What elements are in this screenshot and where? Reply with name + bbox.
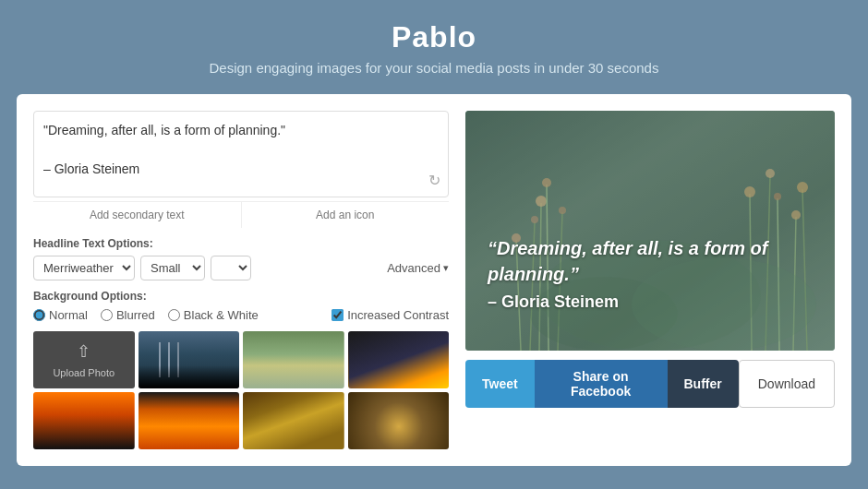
photo-option-1[interactable]	[139, 331, 240, 388]
advanced-button[interactable]: Advanced	[387, 261, 449, 275]
text-area-container: "Dreaming, after all, is a form of plann…	[33, 111, 449, 197]
svg-point-19	[791, 210, 801, 220]
download-button[interactable]: Download	[739, 360, 835, 408]
photo-option-3[interactable]	[348, 331, 450, 388]
svg-point-7	[536, 196, 547, 207]
preview-image: “Dreaming, after all, is a form of plann…	[465, 111, 835, 351]
app-title: Pablo	[0, 20, 868, 54]
preview-quote: “Dreaming, after all, is a form of plann…	[488, 235, 835, 287]
app-subtitle: Design engaging images for your social m…	[0, 60, 868, 76]
photo-option-2[interactable]	[243, 331, 344, 388]
photo-option-4[interactable]	[33, 392, 135, 449]
font-style-select[interactable]: Bold Italic	[211, 256, 251, 280]
upload-icon: ⇧	[77, 341, 90, 362]
buffer-button[interactable]: Buffer	[668, 360, 739, 408]
bg-options-row: Normal Blurred Black & White Increased C…	[33, 308, 449, 322]
photo-grid: ⇧ Upload Photo	[33, 331, 449, 449]
right-panel: “Dreaming, after all, is a form of plann…	[465, 111, 835, 449]
bg-options-label: Background Options:	[33, 290, 449, 303]
svg-point-17	[774, 193, 781, 200]
tweet-button[interactable]: Tweet	[465, 360, 535, 408]
refresh-icon[interactable]: ↻	[428, 172, 440, 189]
page-header: Pablo Design engaging images for your so…	[0, 0, 868, 94]
headline-options-label: Headline Text Options:	[33, 237, 449, 250]
left-panel: "Dreaming, after all, is a form of plann…	[33, 111, 449, 449]
photo-option-5[interactable]	[139, 392, 240, 449]
upload-photo-button[interactable]: ⇧ Upload Photo	[33, 331, 135, 388]
svg-point-15	[766, 169, 775, 178]
main-text-input[interactable]: "Dreaming, after all, is a form of plann…	[43, 121, 439, 185]
preview-author: – Gloria Steinem	[488, 291, 835, 314]
share-facebook-button[interactable]: Share on Facebook	[535, 360, 668, 408]
add-secondary-text-tab[interactable]: Add secondary text	[33, 202, 241, 228]
action-bar: Tweet Share on Facebook Buffer Download	[465, 360, 835, 408]
photo-option-6[interactable]	[243, 392, 344, 449]
bg-bw-option[interactable]: Black & White	[168, 308, 259, 322]
font-size-select[interactable]: Small Medium Large	[140, 256, 205, 280]
bg-blurred-option[interactable]: Blurred	[101, 308, 155, 322]
svg-point-21	[797, 182, 808, 193]
svg-point-9	[542, 178, 551, 187]
photo-option-7[interactable]	[348, 392, 450, 449]
svg-point-5	[531, 216, 538, 223]
bg-contrast-option[interactable]: Increased Contrast	[332, 308, 449, 322]
font-controls: Merriweather Open Sans Roboto Small Medi…	[33, 256, 449, 280]
bg-normal-option[interactable]: Normal	[33, 308, 88, 322]
add-icon-tab[interactable]: Add an icon	[242, 202, 450, 228]
svg-point-11	[559, 207, 566, 214]
svg-point-13	[744, 186, 755, 197]
font-family-select[interactable]: Merriweather Open Sans Roboto	[33, 256, 135, 280]
main-card: "Dreaming, after all, is a form of plann…	[17, 94, 851, 466]
text-tab-bar: Add secondary text Add an icon	[33, 201, 449, 228]
preview-text-overlay: “Dreaming, after all, is a form of plann…	[488, 235, 835, 314]
